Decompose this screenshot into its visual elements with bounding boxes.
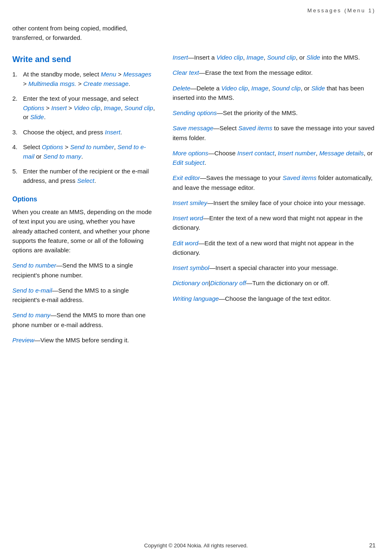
right-sendingoptions-term: Sending options [173, 109, 217, 116]
right-moreoptions-end: . [205, 159, 206, 166]
right-moreoptions-or: , or [364, 150, 373, 157]
step-4-num: 4. [12, 143, 20, 161]
right-exiteditor-saveditems: Saved items [283, 174, 317, 181]
right-moreoptions-editsubject: Edit subject [173, 159, 205, 166]
right-option-delete: Delete—Delete a Video clip, Image, Sound… [173, 83, 380, 103]
right-insert-end: into the MMS. [320, 54, 360, 61]
step-1-text: At the standby mode, select Menu > Messa… [23, 70, 156, 88]
step-2: 2. Enter the text of your message, and s… [12, 94, 156, 122]
option-send-number-term: Send to number [12, 262, 56, 269]
step-2-videoclip: Video clip [74, 104, 100, 111]
footer-copyright: Copyright © 2004 Nokia. All rights reser… [144, 542, 248, 549]
right-moreoptions-messagedetails: Message details [319, 150, 364, 157]
right-insert-desc: —Insert a [188, 54, 217, 61]
page-footer: Copyright © 2004 Nokia. All rights reser… [0, 542, 392, 549]
step-3-insert: Insert [105, 129, 120, 136]
right-option-insert: Insert—Insert a Video clip, Image, Sound… [173, 53, 380, 62]
right-insert-comma1: , [243, 54, 247, 61]
right-insertsymbol-desc: —Insert a special character into your me… [209, 264, 338, 271]
step-5-num: 5. [12, 167, 20, 185]
right-moreoptions-desc1: —Choose [208, 150, 238, 157]
right-cleartext-desc: —Erase the text from the message editor. [199, 69, 313, 76]
step-5-select: Select [77, 177, 95, 184]
right-insert-comma2: , [264, 54, 267, 61]
option-preview-term: Preview [12, 337, 34, 344]
options-intro: When you create an MMS, depending on the… [12, 207, 156, 255]
right-delete-comma2: , [268, 85, 272, 92]
right-savemessage-term: Save message [173, 125, 213, 132]
right-delete-desc1: —Delete a [190, 85, 221, 92]
header-title: Messages (Menu 1) [307, 7, 376, 14]
right-delete-soundclip: Sound clip [272, 85, 301, 92]
right-option-cleartext: Clear text—Erase the text from the messa… [173, 68, 380, 77]
right-delete-slide: Slide [311, 85, 325, 92]
right-moreoptions-insertcontact: Insert contact [238, 150, 274, 157]
step-2-num: 2. [12, 94, 20, 122]
right-delete-or: , or [301, 85, 311, 92]
right-column: Insert—Insert a Video clip, Image, Sound… [168, 53, 380, 351]
step-1-messages: Messages [123, 71, 151, 78]
right-delete-image: Image [251, 85, 269, 92]
right-savemessage-saveditems: Saved items [238, 125, 272, 132]
steps-list: 1. At the standby mode, select Menu > Me… [12, 70, 156, 185]
right-option-moreoptions: More options—Choose Insert contact, Inse… [173, 148, 380, 168]
page-header: Messages (Menu 1) [0, 0, 392, 18]
right-moreoptions-comma2: , [316, 150, 319, 157]
left-column: Write and send 1. At the standby mode, s… [12, 53, 168, 351]
right-insert-image: Image [247, 54, 264, 61]
right-dictionary-on-term: Dictionary on [173, 279, 209, 286]
right-option-savemessage: Save message—Select Saved items to save … [173, 123, 380, 143]
right-writinglanguage-term: Writing language [173, 295, 219, 302]
write-send-title: Write and send [12, 55, 156, 64]
option-send-many: Send to many—Send the MMS to more than o… [12, 310, 156, 330]
step-4-options: Options [42, 143, 63, 150]
step-5-text: Enter the number of the recipient or the… [23, 167, 156, 185]
right-insertsmiley-term: Insert smiley [173, 199, 207, 206]
intro-content: other content from being copied, modifie… [12, 25, 127, 41]
right-option-dictionary: Dictionary on|Dictionary off—Turn the di… [173, 278, 380, 288]
option-send-email: Send to e-mail—Send the MMS to a single … [12, 286, 156, 305]
right-option-editword: Edit word—Edit the text of a new word th… [173, 238, 380, 258]
right-dictionary-off-term: Dictionary off [210, 279, 246, 286]
right-insertsmiley-desc: —Insert the smiley face of your choice i… [207, 199, 365, 206]
option-send-email-term: Send to e-mail [12, 287, 52, 294]
right-delete-videoclip: Video clip [221, 85, 248, 92]
option-preview: Preview—View the MMS before sending it. [12, 335, 156, 345]
right-exiteditor-desc1: —Saves the message to your [200, 174, 283, 181]
right-moreoptions-comma1: , [274, 150, 278, 157]
right-option-writinglanguage: Writing language—Choose the language of … [173, 294, 380, 303]
right-cleartext-term: Clear text [173, 69, 199, 76]
option-send-number: Send to number—Send the MMS to a single … [12, 261, 156, 280]
right-option-insertsymbol: Insert symbol—Insert a special character… [173, 263, 380, 272]
right-editword-term: Edit word [173, 240, 198, 247]
step-1-multimedia: Multimedia msgs. [28, 80, 76, 87]
page-number: 21 [369, 542, 376, 549]
option-preview-desc: —View the MMS before sending it. [34, 337, 129, 344]
right-option-insertword: Insert word—Enter the text of a new word… [173, 213, 380, 233]
step-4: 4. Select Options > Send to number, Send… [12, 143, 156, 161]
right-option-exiteditor: Exit editor—Saves the message to your Sa… [173, 173, 380, 192]
step-1: 1. At the standby mode, select Menu > Me… [12, 70, 156, 88]
right-insert-or: , or [296, 54, 307, 61]
options-title: Options [12, 196, 156, 203]
step-2-insert: Insert [51, 104, 67, 111]
right-sendingoptions-desc: —Set the priority of the MMS. [217, 109, 298, 116]
step-2-options: Options [23, 104, 44, 111]
right-insert-slide: Slide [307, 54, 320, 61]
page-container: Messages (Menu 1) other content from bei… [0, 0, 392, 556]
right-delete-term: Delete [173, 85, 190, 92]
right-insertsymbol-term: Insert symbol [173, 264, 209, 271]
step-3: 3. Choose the object, and press Insert. [12, 128, 156, 137]
intro-text: other content from being copied, modifie… [0, 18, 156, 53]
right-option-sendingoptions: Sending options—Set the priority of the … [173, 108, 380, 118]
right-insert-soundclip: Sound clip [267, 54, 296, 61]
step-1-menu: Menu [101, 71, 116, 78]
step-3-text: Choose the object, and press Insert. [23, 128, 122, 137]
content-area: Write and send 1. At the standby mode, s… [0, 53, 392, 375]
right-insert-videoclip: Video clip [217, 54, 243, 61]
right-insertword-term: Insert word [173, 215, 203, 221]
right-writinglanguage-desc: —Choose the language of the text editor. [219, 295, 331, 302]
right-savemessage-desc1: —Select [213, 125, 238, 132]
step-2-image: Image [104, 104, 121, 111]
right-editword-desc: —Edit the text of a new word that might … [173, 240, 354, 256]
